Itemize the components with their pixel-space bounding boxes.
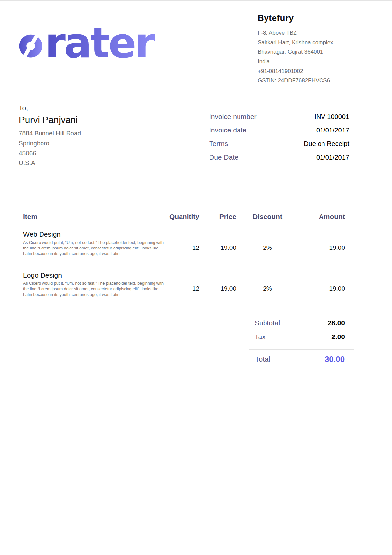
invoice-date-label: Invoice date bbox=[209, 126, 246, 134]
logo-wordmark-tail: rater bbox=[45, 23, 155, 63]
terms-value: Due on Receipt bbox=[304, 140, 349, 148]
company-phone: +91-08141901002 bbox=[258, 66, 350, 76]
subtotal-label: Subtotal bbox=[255, 319, 280, 327]
item-quantity: 12 bbox=[161, 271, 199, 298]
item-name: Logo Design bbox=[23, 271, 161, 279]
terms-label: Terms bbox=[209, 140, 228, 148]
invoice-meta-block: Invoice number INV-100001 Invoice date 0… bbox=[209, 113, 349, 168]
total-box: Total 30.00 bbox=[249, 349, 354, 369]
table-row: Logo Design As Cicero would put it, “Um,… bbox=[23, 271, 345, 298]
items-table: Item Quanitity Price Discount Amount Web… bbox=[23, 213, 354, 307]
bill-to-block: To, Purvi Panjvani 7884 Bunnel Hill Road… bbox=[19, 104, 81, 168]
bill-to-label: To, bbox=[19, 104, 81, 112]
tax-label: Tax bbox=[255, 333, 266, 341]
item-description: As Cicero would put it, “Um, not so fast… bbox=[23, 240, 165, 257]
company-gstin: GSTIN: 24DDF7682FHVCS6 bbox=[258, 76, 350, 85]
tax-row: Tax 2.00 bbox=[249, 333, 354, 341]
meta-row-due-date: Due Date 01/01/2017 bbox=[209, 153, 349, 161]
due-date-value: 01/01/2017 bbox=[316, 154, 349, 161]
total-value: 30.00 bbox=[325, 355, 345, 364]
item-quantity: 12 bbox=[161, 230, 199, 257]
customer-address-line: 45066 bbox=[19, 148, 81, 158]
meta-row-invoice-number: Invoice number INV-100001 bbox=[209, 113, 349, 121]
company-name: Bytefury bbox=[258, 13, 350, 23]
item-name: Web Design bbox=[23, 230, 161, 238]
invoice-header: rater Bytefury F-8, Above TBZ Sahkari Ha… bbox=[0, 1, 392, 97]
column-header-price: Price bbox=[199, 213, 236, 220]
meta-row-invoice-date: Invoice date 01/01/2017 bbox=[209, 126, 349, 134]
customer-address-line: U.S.A bbox=[19, 158, 81, 168]
crater-logo: rater bbox=[16, 23, 159, 63]
invoice-number-value: INV-100001 bbox=[314, 113, 349, 121]
company-info-block: Bytefury F-8, Above TBZ Sahkari Hart, Kr… bbox=[258, 11, 350, 85]
table-row: Web Design As Cicero would put it, “Um, … bbox=[23, 230, 345, 257]
parties-section: To, Purvi Panjvani 7884 Bunnel Hill Road… bbox=[0, 97, 392, 168]
item-discount: 2% bbox=[236, 271, 299, 298]
item-price: 19.00 bbox=[199, 271, 236, 298]
item-amount: 19.00 bbox=[299, 271, 345, 298]
company-address-line: Bhavnagar, Gujrat 364001 bbox=[258, 47, 350, 57]
invoice-date-value: 01/01/2017 bbox=[316, 127, 349, 134]
item-cell: Logo Design As Cicero would put it, “Um,… bbox=[23, 271, 161, 298]
company-address-line: F-8, Above TBZ bbox=[258, 28, 350, 38]
meta-row-terms: Terms Due on Receipt bbox=[209, 140, 349, 148]
invoice-number-label: Invoice number bbox=[209, 113, 257, 121]
column-header-quantity: Quanitity bbox=[161, 213, 199, 220]
table-bottom-divider bbox=[23, 307, 354, 307]
totals-block: Subtotal 28.00 Tax 2.00 Total 30.00 bbox=[249, 319, 354, 369]
item-description: As Cicero would put it, “Um, not so fast… bbox=[23, 281, 165, 298]
column-header-amount: Amount bbox=[299, 213, 345, 220]
item-price: 19.00 bbox=[199, 230, 236, 257]
customer-address-line: 7884 Bunnel Hill Road bbox=[19, 129, 81, 138]
items-table-header: Item Quanitity Price Discount Amount bbox=[23, 213, 345, 220]
subtotal-value: 28.00 bbox=[327, 319, 345, 327]
company-address-line: Sahkari Hart, Krishna complex bbox=[258, 38, 350, 47]
customer-name: Purvi Panjvani bbox=[19, 115, 81, 125]
due-date-label: Due Date bbox=[209, 153, 238, 161]
item-cell: Web Design As Cicero would put it, “Um, … bbox=[23, 230, 161, 257]
column-header-discount: Discount bbox=[236, 213, 299, 220]
total-label: Total bbox=[255, 355, 270, 364]
item-discount: 2% bbox=[236, 230, 299, 257]
column-header-item: Item bbox=[23, 213, 161, 220]
tax-value: 2.00 bbox=[331, 333, 345, 341]
company-address-line: India bbox=[258, 57, 350, 66]
item-amount: 19.00 bbox=[299, 230, 345, 257]
subtotal-row: Subtotal 28.00 bbox=[249, 319, 354, 327]
customer-address-line: Springboro bbox=[19, 138, 81, 148]
crater-logo-icon: rater bbox=[16, 23, 159, 63]
